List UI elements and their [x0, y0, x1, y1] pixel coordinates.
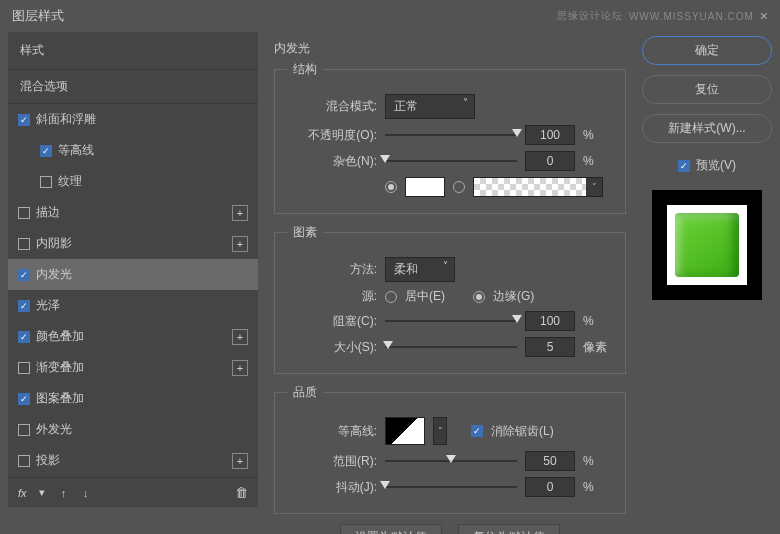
- opacity-label: 不透明度(O):: [287, 127, 377, 144]
- style-label: 光泽: [36, 297, 60, 314]
- fx-menu-icon[interactable]: ▾: [35, 486, 49, 500]
- arrow-up-icon[interactable]: ↑: [57, 486, 71, 500]
- style-item-4[interactable]: 内阴影+: [8, 228, 258, 259]
- range-label: 范围(R):: [287, 453, 377, 470]
- source-edge-label: 边缘(G): [493, 288, 534, 305]
- contour-label: 等高线:: [287, 423, 377, 440]
- style-checkbox[interactable]: ✓: [18, 300, 30, 312]
- style-checkbox[interactable]: ✓: [18, 114, 30, 126]
- style-item-0[interactable]: ✓斜面和浮雕: [8, 104, 258, 135]
- range-input[interactable]: 50: [525, 451, 575, 471]
- choke-unit: %: [583, 314, 613, 328]
- quality-legend: 品质: [287, 384, 323, 401]
- opacity-slider[interactable]: [385, 127, 517, 143]
- cancel-button[interactable]: 复位: [642, 75, 772, 104]
- fx-icon[interactable]: fx: [18, 487, 27, 499]
- trash-icon[interactable]: 🗑: [234, 486, 248, 500]
- style-label: 颜色叠加: [36, 328, 84, 345]
- structure-legend: 结构: [287, 61, 323, 78]
- size-input[interactable]: 5: [525, 337, 575, 357]
- choke-input[interactable]: 100: [525, 311, 575, 331]
- style-checkbox[interactable]: [18, 207, 30, 219]
- jitter-slider[interactable]: [385, 479, 517, 495]
- style-item-8[interactable]: 渐变叠加+: [8, 352, 258, 383]
- blend-mode-dropdown[interactable]: 正常: [385, 94, 475, 119]
- effect-title: 内发光: [274, 40, 634, 57]
- new-style-button[interactable]: 新建样式(W)...: [642, 114, 772, 143]
- add-effect-icon[interactable]: +: [232, 236, 248, 252]
- style-item-9[interactable]: ✓图案叠加: [8, 383, 258, 414]
- style-item-3[interactable]: 描边+: [8, 197, 258, 228]
- blending-options[interactable]: 混合选项: [8, 70, 258, 104]
- ok-button[interactable]: 确定: [642, 36, 772, 65]
- contour-dropdown-icon[interactable]: ˅: [433, 417, 447, 445]
- style-checkbox[interactable]: [18, 455, 30, 467]
- choke-slider[interactable]: [385, 313, 517, 329]
- elements-group: 图素 方法: 柔和 源: 居中(E) 边缘(G) 阻塞(C): 100 % 大小…: [274, 224, 626, 374]
- style-checkbox[interactable]: ✓: [40, 145, 52, 157]
- style-item-2[interactable]: 纹理: [8, 166, 258, 197]
- style-label: 外发光: [36, 421, 72, 438]
- style-label: 投影: [36, 452, 60, 469]
- style-item-5[interactable]: ✓内发光: [8, 259, 258, 290]
- noise-slider[interactable]: [385, 153, 517, 169]
- action-panel: 确定 复位 新建样式(W)... ✓ 预览(V): [642, 32, 772, 507]
- make-default-button[interactable]: 设置为默认值: [340, 524, 442, 534]
- styles-header: 样式: [8, 32, 258, 70]
- blend-mode-label: 混合模式:: [287, 98, 377, 115]
- preview-label: 预览(V): [696, 157, 736, 174]
- style-checkbox[interactable]: [18, 238, 30, 250]
- quality-group: 品质 等高线: ˅ ✓ 消除锯齿(L) 范围(R): 50 % 抖动(J): 0…: [274, 384, 626, 514]
- size-slider[interactable]: [385, 339, 517, 355]
- style-item-6[interactable]: ✓光泽: [8, 290, 258, 321]
- gradient-swatch[interactable]: ˅: [473, 177, 603, 197]
- noise-input[interactable]: 0: [525, 151, 575, 171]
- structure-group: 结构 混合模式: 正常 不透明度(O): 100 % 杂色(N): 0 %: [274, 61, 626, 214]
- preview-box: [652, 190, 762, 300]
- gradient-radio[interactable]: [453, 181, 465, 193]
- color-swatch[interactable]: [405, 177, 445, 197]
- style-checkbox[interactable]: [18, 424, 30, 436]
- preview-checkbox[interactable]: ✓: [678, 160, 690, 172]
- source-center-label: 居中(E): [405, 288, 445, 305]
- style-item-10[interactable]: 外发光: [8, 414, 258, 445]
- add-effect-icon[interactable]: +: [232, 453, 248, 469]
- arrow-down-icon[interactable]: ↓: [79, 486, 93, 500]
- jitter-input[interactable]: 0: [525, 477, 575, 497]
- style-item-7[interactable]: ✓颜色叠加+: [8, 321, 258, 352]
- style-checkbox[interactable]: ✓: [18, 331, 30, 343]
- gradient-dropdown-icon[interactable]: ˅: [586, 178, 602, 196]
- style-item-11[interactable]: 投影+: [8, 445, 258, 476]
- styles-list-panel: 样式 混合选项 ✓斜面和浮雕✓等高线纹理描边+内阴影+✓内发光✓光泽✓颜色叠加+…: [8, 32, 258, 507]
- add-effect-icon[interactable]: +: [232, 329, 248, 345]
- choke-label: 阻塞(C):: [287, 313, 377, 330]
- style-checkbox[interactable]: ✓: [18, 269, 30, 281]
- jitter-label: 抖动(J):: [287, 479, 377, 496]
- style-label: 描边: [36, 204, 60, 221]
- add-effect-icon[interactable]: +: [232, 360, 248, 376]
- range-unit: %: [583, 454, 613, 468]
- opacity-unit: %: [583, 128, 613, 142]
- color-radio[interactable]: [385, 181, 397, 193]
- opacity-input[interactable]: 100: [525, 125, 575, 145]
- source-edge-radio[interactable]: [473, 291, 485, 303]
- jitter-unit: %: [583, 480, 613, 494]
- settings-panel: 内发光 结构 混合模式: 正常 不透明度(O): 100 % 杂色(N): 0 …: [266, 32, 634, 507]
- reset-default-button[interactable]: 复位为默认值: [458, 524, 560, 534]
- style-label: 斜面和浮雕: [36, 111, 96, 128]
- close-icon[interactable]: ×: [760, 8, 768, 24]
- watermark-forum: 思缘设计论坛: [557, 9, 623, 23]
- technique-dropdown[interactable]: 柔和: [385, 257, 455, 282]
- antialias-checkbox[interactable]: ✓: [471, 425, 483, 437]
- size-unit: 像素: [583, 339, 613, 356]
- style-item-1[interactable]: ✓等高线: [8, 135, 258, 166]
- dialog-title: 图层样式: [12, 7, 64, 25]
- range-slider[interactable]: [385, 453, 517, 469]
- style-label: 内发光: [36, 266, 72, 283]
- source-center-radio[interactable]: [385, 291, 397, 303]
- style-checkbox[interactable]: [40, 176, 52, 188]
- style-checkbox[interactable]: ✓: [18, 393, 30, 405]
- contour-swatch[interactable]: [385, 417, 425, 445]
- style-checkbox[interactable]: [18, 362, 30, 374]
- add-effect-icon[interactable]: +: [232, 205, 248, 221]
